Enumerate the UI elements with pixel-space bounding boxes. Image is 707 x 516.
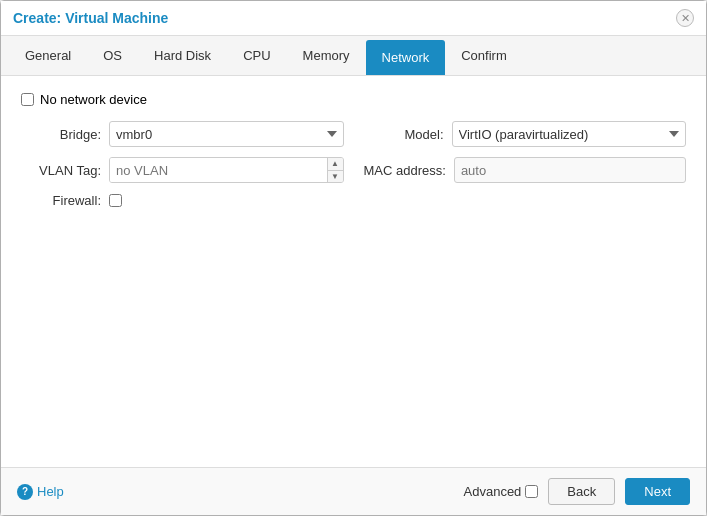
vlan-spinner: ▲ ▼ bbox=[109, 157, 344, 183]
help-icon: ? bbox=[17, 484, 33, 500]
firewall-checkbox[interactable] bbox=[109, 194, 122, 207]
tab-memory[interactable]: Memory bbox=[287, 36, 366, 75]
advanced-checkbox[interactable] bbox=[525, 485, 538, 498]
left-column: Bridge: vmbr0 VLAN Tag: ▲ ▼ bbox=[21, 121, 344, 208]
footer: ? Help Advanced Back Next bbox=[1, 467, 706, 515]
no-network-label: No network device bbox=[40, 92, 147, 107]
mac-input[interactable] bbox=[454, 157, 686, 183]
tab-network[interactable]: Network bbox=[366, 40, 446, 75]
mac-row: MAC address: bbox=[364, 157, 687, 183]
advanced-label: Advanced bbox=[464, 484, 539, 499]
dialog-title: Create: Virtual Machine bbox=[13, 10, 168, 26]
title-bar: Create: Virtual Machine ✕ bbox=[1, 1, 706, 36]
bridge-row: Bridge: vmbr0 bbox=[21, 121, 344, 147]
bridge-select[interactable]: vmbr0 bbox=[109, 121, 344, 147]
tab-cpu[interactable]: CPU bbox=[227, 36, 286, 75]
tab-general[interactable]: General bbox=[9, 36, 87, 75]
model-label: Model: bbox=[364, 127, 444, 142]
model-select[interactable]: VirtIO (paravirtualized) bbox=[452, 121, 687, 147]
right-column: Model: VirtIO (paravirtualized) MAC addr… bbox=[364, 121, 687, 208]
help-button[interactable]: ? Help bbox=[17, 484, 64, 500]
next-button[interactable]: Next bbox=[625, 478, 690, 505]
bridge-label: Bridge: bbox=[21, 127, 101, 142]
no-network-checkbox[interactable] bbox=[21, 93, 34, 106]
content-area: No network device Bridge: vmbr0 VLAN Tag… bbox=[1, 76, 706, 467]
vlan-decrement[interactable]: ▼ bbox=[328, 171, 343, 183]
firewall-label: Firewall: bbox=[21, 193, 101, 208]
close-icon: ✕ bbox=[681, 12, 690, 25]
no-network-row: No network device bbox=[21, 92, 686, 107]
mac-label: MAC address: bbox=[364, 163, 446, 178]
vlan-row: VLAN Tag: ▲ ▼ bbox=[21, 157, 344, 183]
tab-hard-disk[interactable]: Hard Disk bbox=[138, 36, 227, 75]
vlan-input[interactable] bbox=[110, 158, 327, 182]
vlan-label: VLAN Tag: bbox=[21, 163, 101, 178]
tab-confirm[interactable]: Confirm bbox=[445, 36, 523, 75]
create-vm-dialog: Create: Virtual Machine ✕ General OS Har… bbox=[0, 0, 707, 516]
back-button[interactable]: Back bbox=[548, 478, 615, 505]
model-row: Model: VirtIO (paravirtualized) bbox=[364, 121, 687, 147]
tab-os[interactable]: OS bbox=[87, 36, 138, 75]
close-button[interactable]: ✕ bbox=[676, 9, 694, 27]
tab-bar: General OS Hard Disk CPU Memory Network … bbox=[1, 36, 706, 76]
firewall-row: Firewall: bbox=[21, 193, 344, 208]
help-label: Help bbox=[37, 484, 64, 499]
footer-right: Advanced Back Next bbox=[464, 478, 690, 505]
vlan-spinner-buttons: ▲ ▼ bbox=[327, 158, 343, 182]
network-form: Bridge: vmbr0 VLAN Tag: ▲ ▼ bbox=[21, 121, 686, 208]
vlan-increment[interactable]: ▲ bbox=[328, 158, 343, 171]
